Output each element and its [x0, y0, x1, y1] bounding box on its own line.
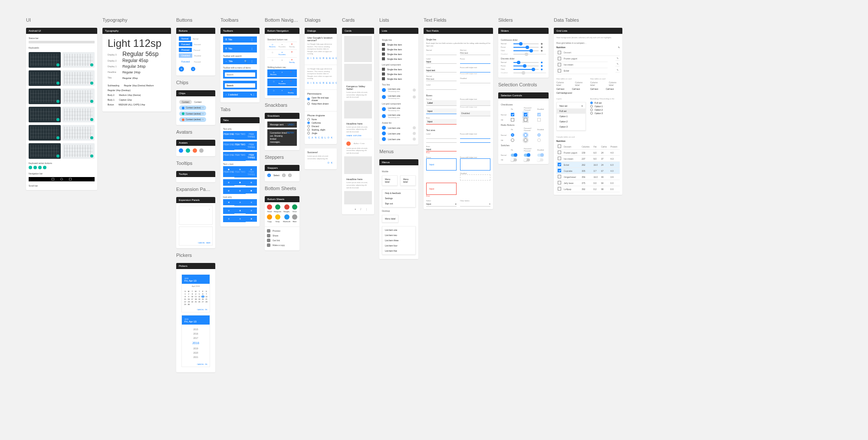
text-input[interactable] — [460, 51, 490, 55]
date-picker[interactable]: 2018Fri, Apr 13 April 2018 SMTWTFS 12345… — [181, 274, 210, 312]
table-row[interactable]: Eclair✎ — [556, 68, 620, 74]
tab-strip[interactable]: ITEM ONEITEM TWOITEM THREE — [223, 131, 257, 140]
text-input[interactable]: × — [460, 202, 490, 207]
checkbox[interactable] — [511, 118, 514, 121]
retry-button[interactable]: RETRY — [287, 131, 294, 144]
switch[interactable] — [524, 158, 530, 161]
radio[interactable] — [524, 138, 527, 142]
table-row[interactable]: Eclair26216.0246.0 — [556, 162, 620, 168]
text-area[interactable] — [460, 158, 490, 171]
bottom-nav[interactable]: ◷Recents ♥Favorites 📍Nearby — [267, 42, 297, 48]
table-row[interactable]: Frozen yogurt1596.0244.0 — [556, 150, 620, 156]
table-row[interactable]: Ice cream2379.0374.3 — [556, 156, 620, 162]
keyboard-light[interactable] — [62, 70, 95, 86]
tab-strip[interactable]: ★★★ — [223, 199, 257, 206]
toolbar[interactable]: ← Title🔍 ⋮ — [223, 58, 257, 64]
keyboard-dark[interactable] — [29, 107, 61, 122]
search-toolbar[interactable] — [223, 81, 257, 89]
switch[interactable] — [511, 154, 517, 157]
cancel-button[interactable]: CANCEL — [197, 309, 204, 311]
radio[interactable] — [307, 98, 310, 100]
text-input[interactable] — [460, 69, 490, 72]
raised-button[interactable]: Normal — [179, 36, 191, 41]
radio[interactable] — [511, 138, 514, 142]
nav-recents[interactable]: ◷Recents — [267, 43, 277, 48]
card-actions[interactable]: ♥ ⤴ ⋮ — [344, 206, 372, 212]
expansion-panel[interactable]: CANCEL SAVE — [179, 227, 213, 246]
toolbar[interactable]: ☰ Title⋮ — [223, 36, 257, 43]
text-area[interactable]: Input — [426, 183, 457, 195]
list-item[interactable]: Single-line item — [382, 52, 416, 56]
keyboard-light[interactable] — [62, 143, 95, 159]
ok-button[interactable]: OK — [205, 363, 207, 365]
text-input[interactable] — [426, 69, 457, 72]
text-input[interactable] — [426, 60, 457, 64]
fab-button[interactable]: + — [179, 66, 184, 72]
cancel-button[interactable]: CANCEL — [198, 242, 205, 244]
checkbox[interactable] — [511, 113, 514, 116]
tab-strip[interactable]: ★★★ — [223, 216, 257, 222]
table-row[interactable]: Ice cream✎ — [556, 62, 620, 68]
tab-strip[interactable]: ◆◆◆ — [223, 187, 257, 194]
list-item[interactable]: List item oneSecondary text — [382, 94, 416, 101]
search-input[interactable] — [225, 83, 255, 88]
keyboard-dark[interactable] — [29, 70, 61, 86]
nav-favorites[interactable]: ♥Favorites — [277, 43, 287, 48]
list-item[interactable]: List item oneSecondary text — [382, 87, 416, 94]
table-row[interactable]: Frozen yogurt✎ — [556, 56, 620, 62]
text-input[interactable] — [460, 60, 490, 64]
data-table[interactable]: Dessert Frozen yogurt✎ Ice cream✎ Eclair… — [556, 50, 620, 74]
list-item[interactable]: List item oneSecondary text — [382, 106, 416, 113]
slider[interactable]: Normal⬤ — [501, 43, 546, 45]
raised-button[interactable]: Pressed — [179, 48, 192, 52]
raised-button[interactable]: Focused — [179, 42, 192, 46]
toolbar[interactable]: ☰ Title⋮ — [223, 45, 257, 53]
tab-strip[interactable]: ◆◆◆ — [223, 179, 257, 186]
bottom-nav-shifting[interactable]: ◷♥📍Nearby — [267, 88, 297, 95]
checkbox[interactable] — [524, 118, 527, 121]
search-toolbar[interactable] — [223, 70, 257, 79]
select-menu[interactable]: New set▾ Full set Option 1 Option 2 Opti… — [556, 102, 586, 131]
switch[interactable] — [511, 158, 517, 161]
toolbar-selection[interactable]: ← 1 selected✎ ⋮ — [223, 92, 257, 98]
keyboard-dark[interactable] — [29, 89, 61, 104]
tab-strip[interactable]: ITEM ONEITEM TWOITEM THREE — [223, 152, 257, 161]
slider[interactable]: Click⬤ — [501, 49, 546, 52]
text-area[interactable]: Input — [426, 158, 457, 171]
bottom-nav[interactable]: ◷♥📍Nearby — [267, 57, 297, 63]
menu[interactable]: List item one List item two List item th… — [382, 226, 416, 255]
fab-mini[interactable]: + — [191, 67, 195, 71]
table-row[interactable]: Jelly bean3750.0940.0 — [556, 180, 620, 186]
share-button[interactable]: SHARE — [346, 135, 352, 137]
ok-button[interactable]: OK — [205, 309, 207, 311]
list-item[interactable]: Single-line item — [382, 42, 416, 47]
radio[interactable] — [524, 133, 527, 137]
slider[interactable]: Focus⬤ — [501, 46, 546, 48]
chip[interactable]: Contact — [179, 100, 192, 104]
list-item[interactable]: Single-line item — [382, 47, 416, 52]
keyboard-dark[interactable] — [29, 125, 61, 141]
list-item[interactable]: List item oneSecondary text — [382, 113, 416, 120]
menu[interactable]: Help & feedback Settings Sign out — [382, 189, 416, 207]
chip[interactable]: Contact (active)× — [179, 112, 206, 116]
list-item[interactable]: Single-line item — [382, 76, 416, 81]
table-row[interactable]: Lollipop3920.2980.0 — [556, 186, 620, 192]
keyboard-light[interactable] — [62, 125, 95, 141]
bottom-nav[interactable]: ◷♥Favorites📍 — [267, 49, 297, 56]
list-item[interactable]: Single-line item — [382, 67, 416, 72]
slider[interactable]: Click⬤ — [501, 68, 546, 70]
edit-icon[interactable]: ✎ — [618, 46, 620, 49]
list-item[interactable]: List item one — [382, 131, 416, 136]
nav-bar[interactable] — [29, 177, 95, 181]
expansion-panel[interactable]: ⌄ — [179, 206, 213, 225]
tab-strip[interactable]: ◆ITEM ONE◆ITEM TWO◆ITEM THREE — [223, 166, 257, 177]
select-input[interactable]: Input▾ — [426, 202, 457, 207]
keyboard-light[interactable] — [62, 52, 95, 68]
slider[interactable]: Focus⬤ — [501, 65, 546, 67]
tab-strip[interactable]: ★★★ — [223, 207, 257, 214]
bottom-nav-shifting[interactable]: ◷♥Favorites📍 — [267, 79, 297, 86]
keyboard-light[interactable] — [62, 107, 95, 122]
list-item[interactable]: List item one — [382, 136, 416, 142]
bottom-nav-shifting[interactable]: ◷Recents♥📍 — [267, 69, 297, 77]
keyboard-light[interactable] — [62, 89, 95, 104]
